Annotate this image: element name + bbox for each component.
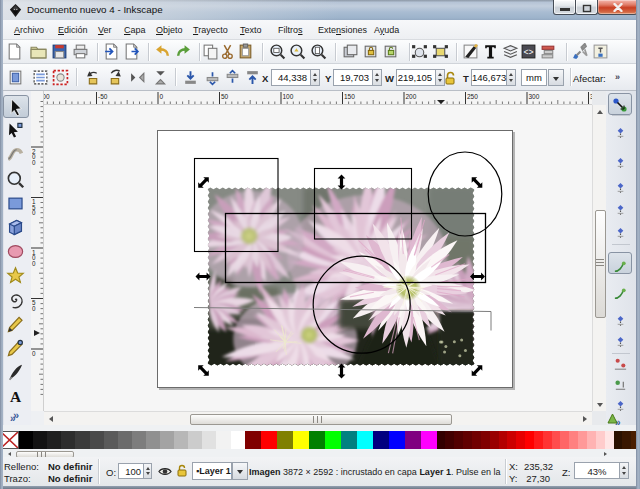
svg-text:-50: -50 [98,93,108,100]
svg-text:200: 200 [406,93,417,100]
svg-text:0: 0 [32,305,36,312]
svg-text:0: 0 [32,260,36,267]
svg-text:0: 0 [160,93,164,100]
svg-text:250: 250 [467,93,478,100]
svg-text:<>: <> [523,48,533,58]
svg-text:-100: -100 [44,93,50,100]
svg-text:0: 0 [32,209,36,216]
svg-text:50: 50 [221,93,229,100]
svg-text:300: 300 [529,93,540,100]
svg-text:0: 0 [32,159,36,166]
svg-text:350: 350 [590,93,592,100]
svg-text:100: 100 [283,93,294,100]
svg-text:0: 0 [32,350,36,357]
svg-text:A: A [10,388,22,405]
svg-text:150: 150 [344,93,355,100]
